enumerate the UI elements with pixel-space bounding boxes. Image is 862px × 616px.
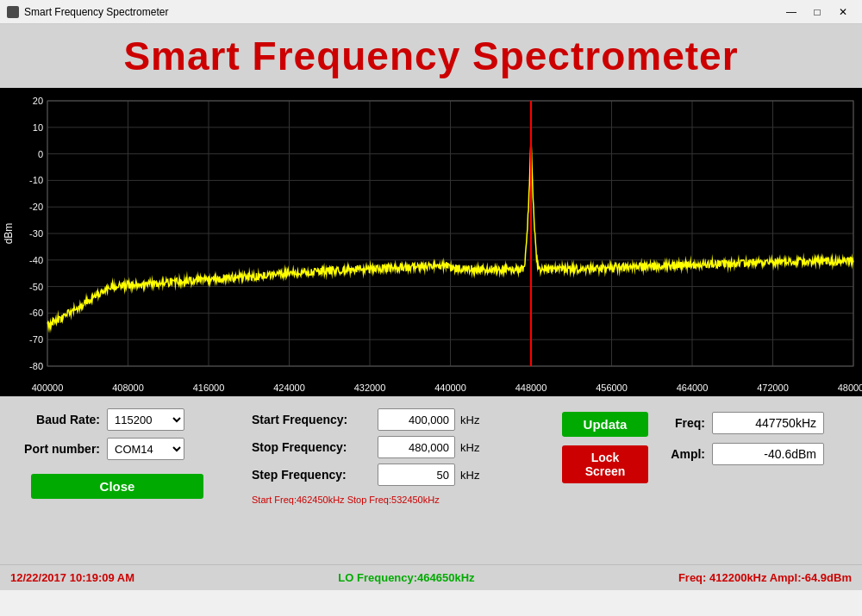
ampl-readout-row: Ampl:: [662, 443, 824, 465]
readout-column: Freq: Ampl:: [662, 412, 824, 483]
update-button[interactable]: Updata: [562, 412, 648, 437]
stop-freq-label: Stop Frequency:: [252, 440, 372, 454]
status-bar: 12/22/2017 10:19:09 AM LO Frequency:4646…: [0, 564, 862, 590]
freq-readout-row: Freq:: [662, 412, 824, 434]
ampl-readout-label: Ampl:: [662, 447, 705, 461]
baud-rate-select[interactable]: 115200: [107, 408, 184, 431]
start-freq-label: Start Frequency:: [252, 413, 372, 426]
spectrum-canvas: [0, 88, 862, 396]
maximize-button[interactable]: □: [805, 3, 829, 22]
title-bar-text: Smart Frequency Spectrometer: [24, 6, 168, 18]
right-panel: Updata Lock Screen Freq: Ampl:: [548, 408, 848, 483]
minimize-button[interactable]: —: [779, 3, 803, 22]
freq-readout-label: Freq:: [662, 416, 705, 430]
spectrum-chart-container: [0, 88, 862, 396]
start-freq-row: Start Frequency: kHz: [252, 408, 548, 431]
start-freq-unit: kHz: [460, 414, 479, 426]
status-datetime: 12/22/2017 10:19:09 AM: [10, 571, 134, 584]
status-lo-freq: LO Frequency:464650kHz: [338, 571, 474, 584]
mid-panel: Start Frequency: kHz Stop Frequency: kHz…: [238, 408, 548, 505]
close-button[interactable]: Close: [31, 474, 203, 499]
app-icon: [7, 6, 19, 18]
app-header: Smart Frequency Spectrometer: [0, 24, 862, 88]
step-freq-input[interactable]: [378, 464, 455, 486]
step-freq-label: Step Frequency:: [252, 468, 372, 482]
right-controls-inner: Updata Lock Screen Freq: Ampl:: [562, 408, 848, 483]
port-number-row: Port number: COM14: [14, 438, 238, 460]
left-panel: Baud Rate: 115200 Port number: COM14 Clo…: [14, 408, 238, 499]
start-freq-input[interactable]: [378, 408, 455, 431]
button-column: Updata Lock Screen: [562, 412, 648, 483]
app-title: Smart Frequency Spectrometer: [0, 33, 862, 79]
port-number-label: Port number:: [14, 442, 100, 456]
window-controls: — □ ✕: [779, 3, 855, 22]
title-bar-left: Smart Frequency Spectrometer: [7, 6, 168, 18]
title-bar: Smart Frequency Spectrometer — □ ✕: [0, 0, 862, 24]
controls-area: Baud Rate: 115200 Port number: COM14 Clo…: [0, 396, 862, 564]
step-freq-unit: kHz: [460, 469, 479, 482]
stop-freq-input[interactable]: [378, 436, 455, 458]
baud-rate-row: Baud Rate: 115200: [14, 408, 238, 431]
baud-rate-label: Baud Rate:: [14, 413, 100, 426]
ampl-readout-value: [712, 443, 824, 465]
step-freq-row: Step Frequency: kHz: [252, 464, 548, 486]
freq-readout-value: [712, 412, 824, 434]
stop-freq-unit: kHz: [460, 441, 479, 454]
freq-info: Start Freq:462450kHz Stop Freq:532450kHz: [252, 495, 548, 505]
status-freq-ampl: Freq: 412200kHz Ampl:-64.9dBm: [678, 571, 852, 584]
lock-screen-button[interactable]: Lock Screen: [562, 445, 648, 483]
port-number-select[interactable]: COM14: [107, 438, 184, 460]
stop-freq-row: Stop Frequency: kHz: [252, 436, 548, 458]
window-close-button[interactable]: ✕: [831, 3, 855, 22]
